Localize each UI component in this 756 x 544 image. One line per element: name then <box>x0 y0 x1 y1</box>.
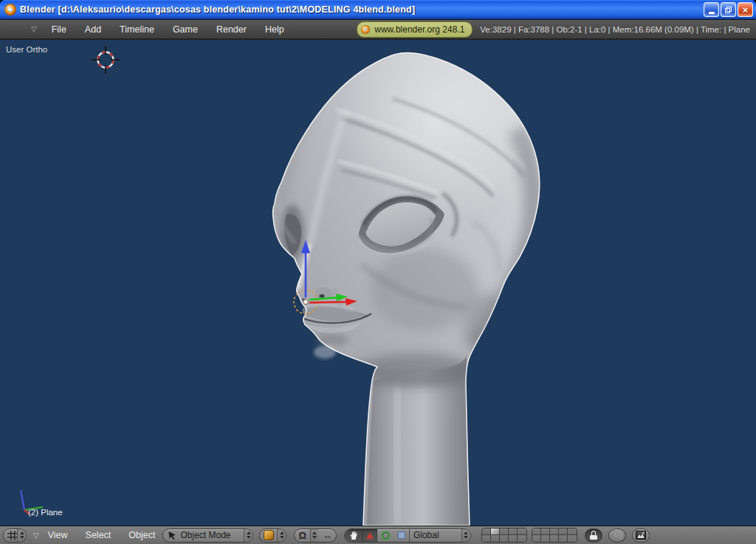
menu-game[interactable]: Game <box>173 24 198 35</box>
spiral-icon <box>612 530 622 540</box>
render-preview-button[interactable] <box>632 528 650 543</box>
layer-8[interactable] <box>550 528 559 535</box>
restore-button[interactable] <box>721 2 736 17</box>
layer-9[interactable] <box>559 528 568 535</box>
scale-icon <box>398 531 405 539</box>
orientation-stepper[interactable] <box>461 529 470 542</box>
restore-icon <box>725 7 732 13</box>
mode-select-label: Object Mode <box>180 530 244 540</box>
editor-type-button[interactable] <box>3 528 27 543</box>
minimize-icon <box>709 12 715 14</box>
manipulator-toggle[interactable] <box>345 529 362 542</box>
orientation-select[interactable]: Global <box>410 529 461 542</box>
view3d-editor-icon <box>7 531 17 540</box>
layer-5[interactable] <box>518 528 526 535</box>
layer-11[interactable] <box>482 535 491 542</box>
layer-20[interactable] <box>568 535 577 542</box>
layer-7[interactable] <box>541 528 550 535</box>
close-button[interactable]: × <box>738 2 753 17</box>
title-bar: Blender [d:\Aleksaurio\descargas\cosas b… <box>0 0 756 19</box>
active-object-label: (2) Plane <box>28 508 63 517</box>
header-menu-collapse-icon[interactable]: ▽ <box>33 531 39 540</box>
pivot-stepper[interactable] <box>310 529 319 542</box>
menu-help[interactable]: Help <box>265 24 284 35</box>
layer-4[interactable] <box>509 528 518 535</box>
draw-type-stepper[interactable] <box>277 529 286 542</box>
object-mode-icon <box>168 531 177 540</box>
layer-6[interactable] <box>532 528 541 535</box>
view3d-menus: View Select Object <box>48 530 156 540</box>
layer-2-active[interactable] <box>491 528 500 535</box>
menu-render[interactable]: Render <box>216 24 247 35</box>
rotate-manipulator-toggle[interactable] <box>377 529 394 542</box>
scale-manipulator-toggle[interactable] <box>394 529 409 542</box>
cursor-3d <box>92 46 120 74</box>
menu-add[interactable]: Add <box>85 24 101 35</box>
pivot-point-icon: Ω <box>298 531 306 540</box>
rotate-icon <box>381 531 391 540</box>
translate-manipulator-toggle[interactable] <box>362 529 377 542</box>
menu-select[interactable]: Select <box>86 530 111 540</box>
info-header: ▽ File Add Timeline Game Render Help www… <box>0 19 756 40</box>
layer-12[interactable] <box>491 535 500 542</box>
object-center-dot <box>303 300 309 305</box>
layer-19[interactable] <box>559 535 568 542</box>
mode-select-stepper[interactable] <box>244 529 252 542</box>
solid-shading-icon <box>264 530 274 540</box>
blender-ball-icon <box>361 25 370 34</box>
layer-18[interactable] <box>550 535 559 542</box>
move-centers-icon: ↔ <box>323 531 332 540</box>
close-icon: × <box>743 5 749 15</box>
lock-layers-toggle[interactable] <box>585 528 602 543</box>
menu-object[interactable]: Object <box>128 530 155 540</box>
editor-type-stepper[interactable] <box>17 529 26 542</box>
window-title: Blender [d:\Aleksaurio\descargas\cosas b… <box>20 4 704 15</box>
main-menus: File Add Timeline Game Render Help <box>52 24 284 35</box>
minimize-button[interactable] <box>704 2 719 17</box>
layer-17[interactable] <box>541 535 550 542</box>
viewport-3d[interactable]: User Ortho (2) Plane <box>0 40 756 526</box>
header-collapse-icon[interactable]: ▽ <box>31 25 37 33</box>
pivot-group: Ω ↔ <box>294 528 336 543</box>
layer-13[interactable] <box>500 535 509 542</box>
layer-buttons-right <box>532 528 577 543</box>
translate-icon <box>366 532 374 539</box>
move-centers-toggle[interactable]: ↔ <box>319 529 336 542</box>
lock-icon <box>590 531 597 540</box>
hand-icon <box>348 530 359 540</box>
layer-1[interactable] <box>482 528 491 535</box>
version-badge-label: www.blender.org 248.1 <box>374 24 464 35</box>
menu-view[interactable]: View <box>48 530 68 540</box>
layer-14[interactable] <box>509 535 518 542</box>
version-badge: www.blender.org 248.1 <box>357 21 472 38</box>
viewport-scene <box>0 40 756 526</box>
menu-file[interactable]: File <box>52 24 66 35</box>
view3d-header: ▽ View Select Object Object Mode Ω ↔ Glo… <box>0 526 756 544</box>
render-image-icon <box>636 531 646 540</box>
mode-select[interactable]: Object Mode <box>162 528 253 543</box>
pivot-select[interactable]: Ω <box>295 529 309 542</box>
orientation-label: Global <box>413 530 458 540</box>
layer-15[interactable] <box>518 535 526 542</box>
scene-stats: Ve:3829 | Fa:3788 | Ob:2-1 | La:0 | Mem:… <box>480 25 750 34</box>
gizmo-x-axis[interactable] <box>309 302 347 303</box>
layer-3[interactable] <box>500 528 509 535</box>
manipulator-group: Global <box>344 528 471 543</box>
alien-head-model[interactable] <box>273 40 540 526</box>
proportional-spiral-button[interactable] <box>608 528 626 543</box>
view-mode-label: User Ortho <box>6 45 47 54</box>
layer-10[interactable] <box>568 528 577 535</box>
draw-type-select[interactable] <box>259 528 286 543</box>
blender-logo-icon <box>4 4 16 16</box>
menu-timeline[interactable]: Timeline <box>120 24 154 35</box>
layer-16[interactable] <box>532 535 541 542</box>
layer-buttons-left <box>481 528 527 543</box>
